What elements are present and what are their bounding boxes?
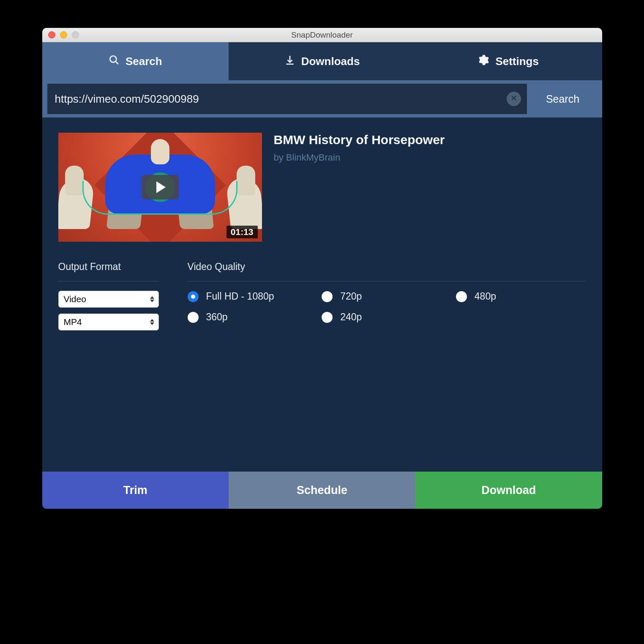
radio-icon <box>456 291 467 302</box>
search-button[interactable]: Search <box>527 84 599 114</box>
minimize-window-button[interactable] <box>60 31 67 38</box>
quality-label: 240p <box>340 311 362 323</box>
main-tabs: Search Downloads Settings <box>42 42 602 80</box>
svg-line-1 <box>115 61 118 64</box>
output-format-section: Output Format Video MP4 <box>58 261 159 336</box>
search-bar: Search <box>42 80 602 117</box>
video-result: 01:13 BMW History of Horsepower by Blink… <box>58 133 586 242</box>
svg-point-0 <box>110 56 116 62</box>
output-format-heading: Output Format <box>58 261 159 281</box>
tab-search[interactable]: Search <box>42 42 229 80</box>
quality-option-1080p[interactable]: Full HD - 1080p <box>188 291 318 302</box>
quality-option-720p[interactable]: 720p <box>322 291 452 302</box>
format-type-value: Video <box>64 294 86 304</box>
play-icon <box>142 175 179 199</box>
radio-icon <box>188 312 199 323</box>
quality-option-240p[interactable]: 240p <box>322 311 452 323</box>
footer-actions: Trim Schedule Download <box>42 472 602 509</box>
close-window-button[interactable] <box>48 31 55 38</box>
schedule-button[interactable]: Schedule <box>229 472 415 509</box>
tab-search-label: Search <box>126 55 162 68</box>
quality-options: Full HD - 1080p 720p 480p 360p <box>188 291 586 323</box>
video-thumbnail[interactable]: 01:13 <box>58 133 262 242</box>
quality-label: 720p <box>340 291 362 302</box>
video-info: BMW History of Horsepower by BlinkMyBrai… <box>274 133 445 163</box>
video-title: BMW History of Horsepower <box>274 133 445 147</box>
quality-option-480p[interactable]: 480p <box>456 291 586 302</box>
tab-downloads-label: Downloads <box>301 55 360 68</box>
quality-label: Full HD - 1080p <box>206 291 274 302</box>
radio-icon <box>188 291 199 302</box>
search-icon <box>109 55 120 68</box>
radio-icon <box>322 291 333 302</box>
window-controls <box>42 31 79 38</box>
tab-settings[interactable]: Settings <box>415 42 602 80</box>
video-author[interactable]: by BlinkMyBrain <box>274 152 445 163</box>
clear-url-button[interactable] <box>507 92 521 106</box>
video-quality-section: Video Quality Full HD - 1080p 720p 480p <box>188 261 586 336</box>
url-input[interactable] <box>55 93 507 106</box>
quality-label: 480p <box>475 291 496 302</box>
app-window: SnapDownloader Search Downloads Settings <box>42 28 602 509</box>
video-duration: 01:13 <box>226 226 258 238</box>
tab-downloads[interactable]: Downloads <box>229 42 415 80</box>
video-quality-heading: Video Quality <box>188 261 586 281</box>
trim-button[interactable]: Trim <box>42 472 229 509</box>
titlebar: SnapDownloader <box>42 28 602 42</box>
close-icon <box>510 95 517 103</box>
chevron-updown-icon <box>150 319 154 325</box>
maximize-window-button[interactable] <box>72 31 79 38</box>
tab-settings-label: Settings <box>495 55 539 68</box>
radio-icon <box>322 312 333 323</box>
content-area: 01:13 BMW History of Horsepower by Blink… <box>42 117 602 345</box>
format-type-select[interactable]: Video <box>58 291 159 308</box>
chevron-updown-icon <box>150 296 154 302</box>
quality-option-360p[interactable]: 360p <box>188 311 318 323</box>
options-row: Output Format Video MP4 Video Quality Fu… <box>58 261 586 336</box>
format-container-select[interactable]: MP4 <box>58 314 159 330</box>
quality-label: 360p <box>206 311 228 323</box>
download-button[interactable]: Download <box>415 472 602 509</box>
download-icon <box>284 55 295 68</box>
gear-icon <box>478 55 489 68</box>
url-field-wrap <box>47 84 527 114</box>
format-container-value: MP4 <box>64 317 82 327</box>
window-title: SnapDownloader <box>42 30 602 40</box>
